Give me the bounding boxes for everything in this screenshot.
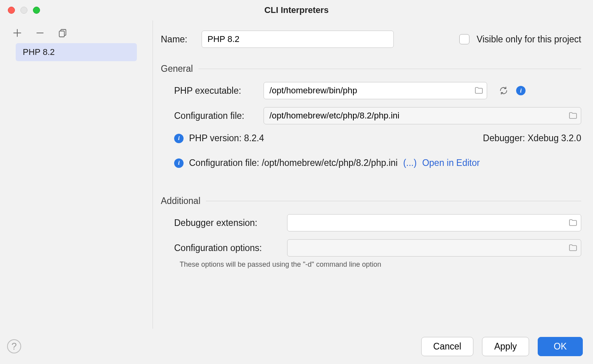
config-file-info: Configuration file: /opt/homebrew/etc/ph… bbox=[189, 158, 398, 168]
config-file-label: Configuration file: bbox=[174, 111, 256, 121]
debugger-text: Debugger: Xdebug 3.2.0 bbox=[483, 133, 581, 144]
divider bbox=[198, 69, 581, 69]
php-exe-label: PHP executable: bbox=[174, 86, 256, 96]
debugger-ext-label: Debugger extension: bbox=[174, 218, 280, 228]
name-input[interactable] bbox=[202, 31, 394, 48]
title-bar: CLI Interpreters bbox=[0, 0, 593, 20]
maximize-window-icon[interactable] bbox=[33, 7, 40, 14]
section-additional: Additional bbox=[161, 196, 581, 206]
apply-button[interactable]: Apply bbox=[482, 337, 529, 356]
ok-button[interactable]: OK bbox=[538, 337, 583, 356]
add-icon[interactable] bbox=[12, 27, 23, 38]
copy-icon[interactable] bbox=[57, 27, 68, 38]
info-icon: i bbox=[174, 134, 184, 143]
name-label: Name: bbox=[161, 34, 195, 45]
window-title: CLI Interpreters bbox=[0, 5, 593, 15]
debugger-ext-input[interactable] bbox=[287, 214, 581, 231]
config-file-input[interactable] bbox=[264, 107, 581, 124]
minimize-window-icon bbox=[20, 7, 27, 14]
info-icon: i bbox=[174, 158, 184, 168]
sidebar: PHP 8.2 bbox=[0, 20, 153, 329]
sidebar-toolbar bbox=[0, 20, 153, 43]
folder-icon[interactable] bbox=[569, 112, 577, 119]
folder-icon[interactable] bbox=[569, 244, 577, 251]
divider bbox=[206, 201, 581, 201]
remove-icon[interactable] bbox=[35, 27, 45, 38]
cancel-button[interactable]: Cancel bbox=[421, 337, 474, 356]
reload-icon[interactable] bbox=[498, 85, 509, 96]
window-controls bbox=[8, 7, 40, 14]
section-general: General bbox=[161, 64, 581, 74]
close-window-icon[interactable] bbox=[8, 7, 15, 14]
ellipsis-link[interactable]: (...) bbox=[403, 158, 417, 168]
config-opts-input[interactable] bbox=[287, 239, 581, 257]
folder-icon[interactable] bbox=[475, 87, 483, 94]
interpreter-list: PHP 8.2 bbox=[0, 43, 153, 61]
visible-checkbox[interactable] bbox=[459, 34, 469, 44]
list-item[interactable]: PHP 8.2 bbox=[16, 43, 137, 61]
php-version-text: PHP version: 8.2.4 bbox=[189, 133, 264, 144]
visible-label: Visible only for this project bbox=[477, 34, 581, 45]
config-opts-hint: These options will be passed using the "… bbox=[161, 260, 581, 269]
folder-icon[interactable] bbox=[569, 219, 577, 226]
info-icon[interactable]: i bbox=[516, 86, 526, 95]
main-panel: Name: Visible only for this project Gene… bbox=[153, 20, 593, 329]
dialog-footer: ? Cancel Apply OK bbox=[0, 329, 593, 364]
general-heading: General bbox=[161, 64, 193, 74]
config-opts-label: Configuration options: bbox=[174, 243, 280, 253]
svg-rect-1 bbox=[59, 31, 64, 37]
php-exe-input[interactable] bbox=[264, 82, 487, 99]
open-editor-link[interactable]: Open in Editor bbox=[422, 158, 480, 168]
help-icon[interactable]: ? bbox=[7, 339, 21, 353]
additional-heading: Additional bbox=[161, 196, 200, 206]
